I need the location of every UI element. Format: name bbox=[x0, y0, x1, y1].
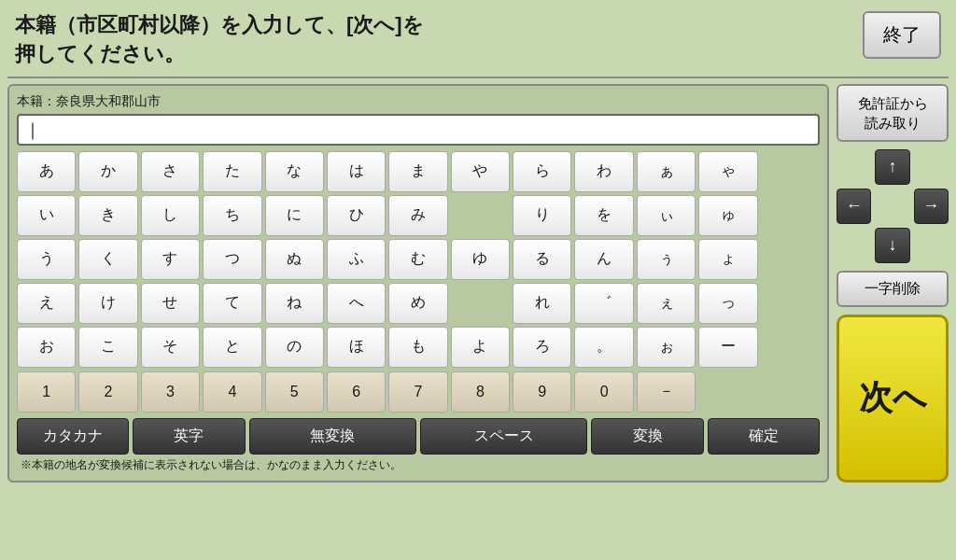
function-row: カタカナ 英字 無変換 スペース 変換 確定 bbox=[17, 418, 820, 455]
kana-btn-small-u[interactable]: ぅ bbox=[637, 239, 696, 280]
kana-btn-wo[interactable]: を bbox=[574, 195, 633, 236]
page-title: 本籍（市区町村以降）を入力して、[次へ]を 押してください。 bbox=[15, 11, 424, 69]
input-label: 本籍：奈良県大和郡山市 bbox=[17, 93, 820, 110]
arrow-right-button[interactable]: → bbox=[914, 189, 949, 224]
num-btn-1[interactable]: 1 bbox=[17, 371, 76, 413]
kana-btn-ra[interactable]: ら bbox=[513, 151, 571, 192]
num-btn-0[interactable]: 0 bbox=[574, 371, 633, 413]
arrow-pad-empty-c bbox=[875, 189, 909, 224]
kana-btn-empty-r2c8 bbox=[451, 195, 510, 236]
eiji-button[interactable]: 英字 bbox=[133, 418, 245, 455]
num-btn-8[interactable]: 8 bbox=[451, 371, 510, 413]
kana-btn-tsu[interactable]: つ bbox=[203, 239, 261, 280]
kana-btn-small-tsu[interactable]: っ bbox=[698, 283, 757, 324]
num-btn-empty1 bbox=[698, 371, 757, 413]
katakana-button[interactable]: カタカナ bbox=[17, 418, 129, 455]
arrow-up-button[interactable]: ↑ bbox=[875, 149, 909, 185]
kana-btn-ri[interactable]: り bbox=[513, 195, 571, 236]
kana-btn-ke[interactable]: け bbox=[78, 283, 137, 324]
kana-btn-u[interactable]: う bbox=[17, 239, 76, 280]
license-button[interactable]: 免許証から読み取り bbox=[836, 84, 949, 142]
kana-btn-empty-r2 bbox=[761, 195, 820, 236]
kana-btn-small-e[interactable]: ぇ bbox=[637, 283, 696, 324]
delete-button[interactable]: 一字削除 bbox=[836, 271, 949, 307]
kana-btn-yu[interactable]: ゆ bbox=[451, 239, 510, 280]
kana-btn-e[interactable]: え bbox=[17, 283, 76, 324]
arrow-pad-empty-br bbox=[914, 228, 949, 263]
kana-btn-long-vowel[interactable]: ー bbox=[698, 327, 757, 368]
right-panel: 免許証から読み取り ↑ ← → ↓ 一字削除 次へ bbox=[836, 84, 949, 483]
num-btn-empty2 bbox=[761, 371, 820, 413]
num-btn-5[interactable]: 5 bbox=[265, 371, 324, 413]
space-button[interactable]: スペース bbox=[420, 418, 587, 455]
arrow-pad-empty-tr bbox=[914, 149, 949, 185]
num-btn-4[interactable]: 4 bbox=[203, 371, 261, 413]
kana-btn-su[interactable]: す bbox=[141, 239, 200, 280]
kana-btn-sa[interactable]: さ bbox=[141, 151, 200, 192]
kana-btn-ka[interactable]: か bbox=[78, 151, 137, 192]
kana-btn-ki[interactable]: き bbox=[78, 195, 137, 236]
kana-btn-re[interactable]: れ bbox=[513, 283, 571, 324]
kana-btn-ya[interactable]: や bbox=[451, 151, 510, 192]
kana-btn-small-i[interactable]: ぃ bbox=[637, 195, 696, 236]
arrow-pad-empty-tl bbox=[836, 149, 871, 185]
kana-btn-so[interactable]: そ bbox=[141, 327, 200, 368]
num-btn-6[interactable]: 6 bbox=[327, 371, 386, 413]
kakutei-button[interactable]: 確定 bbox=[708, 418, 820, 455]
kana-btn-yo[interactable]: よ bbox=[451, 327, 510, 368]
num-btn-2[interactable]: 2 bbox=[78, 371, 137, 413]
kana-btn-ko[interactable]: こ bbox=[78, 327, 137, 368]
kana-btn-fu[interactable]: ふ bbox=[327, 239, 386, 280]
kana-btn-empty-r3 bbox=[761, 239, 820, 280]
end-button[interactable]: 終了 bbox=[863, 11, 941, 59]
kana-btn-ha[interactable]: は bbox=[327, 151, 386, 192]
kana-btn-small-o[interactable]: ぉ bbox=[637, 327, 696, 368]
kana-btn-mi[interactable]: み bbox=[388, 195, 447, 236]
kana-btn-o[interactable]: お bbox=[17, 327, 76, 368]
num-btn-3[interactable]: 3 bbox=[141, 371, 200, 413]
kana-btn-mo[interactable]: も bbox=[388, 327, 447, 368]
kana-btn-na[interactable]: な bbox=[265, 151, 324, 192]
kana-btn-ni[interactable]: に bbox=[265, 195, 324, 236]
kana-btn-no[interactable]: の bbox=[265, 327, 324, 368]
kana-btn-chi[interactable]: ち bbox=[203, 195, 261, 236]
kana-btn-dakuten[interactable]: ゛ bbox=[574, 283, 633, 324]
kana-btn-ma[interactable]: ま bbox=[388, 151, 447, 192]
num-btn-minus[interactable]: － bbox=[637, 371, 696, 413]
kana-btn-wa[interactable]: わ bbox=[574, 151, 633, 192]
kana-btn-empty-r4 bbox=[761, 283, 820, 324]
arrow-pad-empty-bl bbox=[836, 228, 871, 263]
kana-btn-hi[interactable]: ひ bbox=[327, 195, 386, 236]
kana-btn-small-a[interactable]: ぁ bbox=[637, 151, 696, 192]
kana-btn-nu[interactable]: ぬ bbox=[265, 239, 324, 280]
arrow-left-button[interactable]: ← bbox=[836, 189, 871, 224]
kana-btn-ro[interactable]: ろ bbox=[513, 327, 571, 368]
kana-btn-ho[interactable]: ほ bbox=[327, 327, 386, 368]
kana-btn-small-yo[interactable]: ょ bbox=[698, 239, 757, 280]
kana-btn-ru[interactable]: る bbox=[513, 239, 571, 280]
num-btn-7[interactable]: 7 bbox=[388, 371, 447, 413]
text-input[interactable] bbox=[17, 114, 820, 146]
kana-btn-small-ya[interactable]: ゃ bbox=[698, 151, 757, 192]
kana-btn-i[interactable]: い bbox=[17, 195, 76, 236]
arrow-down-button[interactable]: ↓ bbox=[875, 228, 909, 263]
kana-btn-mu[interactable]: む bbox=[388, 239, 447, 280]
kana-btn-small-yu[interactable]: ゅ bbox=[698, 195, 757, 236]
footer-note: ※本籍の地名が変換候補に表示されない場合は、かなのまま入力ください。 bbox=[17, 455, 820, 473]
kana-btn-he[interactable]: へ bbox=[327, 283, 386, 324]
kana-btn-se[interactable]: せ bbox=[141, 283, 200, 324]
next-button[interactable]: 次へ bbox=[836, 315, 949, 483]
num-btn-9[interactable]: 9 bbox=[513, 371, 571, 413]
kana-btn-ne[interactable]: ね bbox=[265, 283, 324, 324]
kana-btn-period[interactable]: 。 bbox=[574, 327, 633, 368]
kana-btn-a[interactable]: あ bbox=[17, 151, 76, 192]
muhenkan-button[interactable]: 無変換 bbox=[249, 418, 416, 455]
henkan-button[interactable]: 変換 bbox=[591, 418, 703, 455]
kana-btn-n[interactable]: ん bbox=[574, 239, 633, 280]
kana-btn-ta[interactable]: た bbox=[203, 151, 261, 192]
kana-btn-to[interactable]: と bbox=[203, 327, 261, 368]
kana-btn-te[interactable]: て bbox=[203, 283, 261, 324]
kana-btn-ku[interactable]: く bbox=[78, 239, 137, 280]
kana-btn-shi[interactable]: し bbox=[141, 195, 200, 236]
kana-btn-me[interactable]: め bbox=[388, 283, 447, 324]
